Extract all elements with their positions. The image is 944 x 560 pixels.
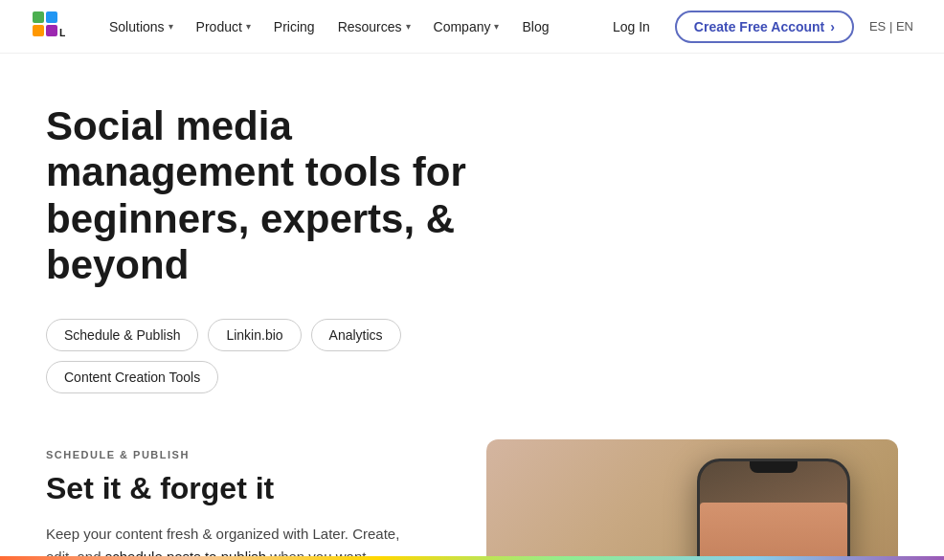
nav-company[interactable]: Company ▾ [424,13,509,40]
nav-right: Log In Create Free Account › ES | EN [603,11,913,43]
hero-title: Social media management tools for beginn… [46,103,506,288]
login-button[interactable]: Log In [603,13,660,40]
create-account-button[interactable]: Create Free Account › [675,11,854,43]
pill-linkin-bio[interactable]: Linkin.bio [208,319,301,351]
nav-blog[interactable]: Blog [512,13,558,40]
language-switcher[interactable]: ES | EN [869,19,913,34]
pill-analytics[interactable]: Analytics [311,319,401,351]
chevron-down-icon: ▾ [246,21,251,32]
content-section: SCHEDULE & PUBLISH Set it & forget it Ke… [46,439,898,560]
chevron-down-icon: ▾ [169,21,173,32]
logo[interactable]: L [31,10,69,44]
section-label: SCHEDULE & PUBLISH [46,449,410,460]
svg-rect-2 [33,25,44,36]
hero-section: Social media management tools for beginn… [0,54,944,560]
nav-pricing[interactable]: Pricing [264,13,325,40]
hero-image: Work 2X faster with Later [486,439,898,560]
nav-solutions[interactable]: Solutions ▾ [100,13,183,40]
svg-text:L: L [59,27,65,38]
nav-product[interactable]: Product ▾ [187,13,260,40]
chevron-down-icon: ▾ [494,21,499,32]
pill-content-creation[interactable]: Content Creation Tools [46,361,218,393]
pill-schedule-publish[interactable]: Schedule & Publish [46,319,198,351]
hero-text: Social media management tools for beginn… [46,103,506,393]
nav-links: Solutions ▾ Product ▾ Pricing Resources … [100,13,603,40]
arrow-icon: › [830,19,835,34]
phone-screen [700,461,847,560]
navbar: L Solutions ▾ Product ▾ Pricing Resource… [0,0,944,54]
phone-notch [750,461,798,473]
phone-device [697,459,850,560]
person-image [700,503,847,560]
section-right: Work 2X faster with Later [486,439,898,560]
svg-rect-1 [46,11,57,23]
section-left: SCHEDULE & PUBLISH Set it & forget it Ke… [46,439,410,560]
feature-pills: Schedule & Publish Linkin.bio Analytics … [46,319,506,393]
section-body: Keep your content fresh & organized with… [46,523,410,560]
phone-grip [847,519,850,560]
section-heading: Set it & forget it [46,470,410,506]
nav-resources[interactable]: Resources ▾ [328,13,420,40]
bottom-accent-bar [0,556,944,560]
chevron-down-icon: ▾ [406,21,411,32]
svg-rect-3 [46,25,57,36]
svg-rect-0 [33,11,44,23]
